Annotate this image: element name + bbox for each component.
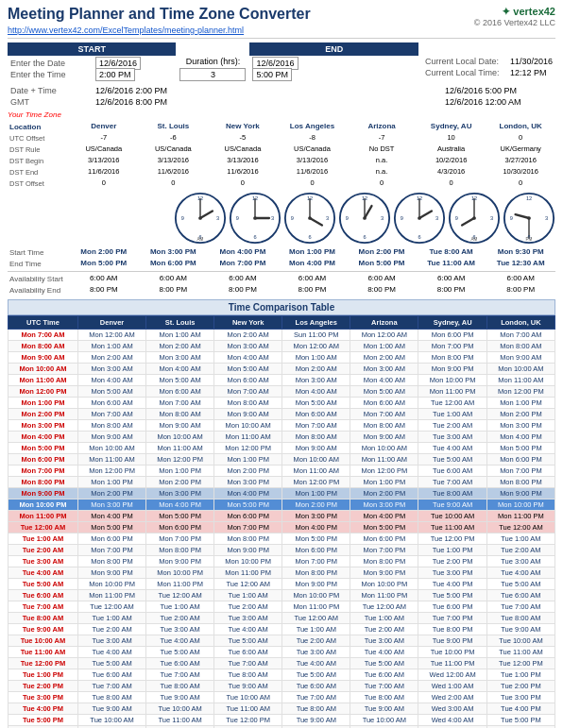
cell-value: Mon 12:00 PM — [78, 466, 146, 477]
cell-value: Mon 9:00 PM — [146, 556, 214, 567]
table-row: Tue 9:00 AMTue 2:00 AMTue 3:00 AMTue 4:0… — [9, 624, 555, 635]
th-stlouis: St. Louis — [146, 316, 214, 330]
table-row: Mon 8:00 AMMon 1:00 AMMon 2:00 AMMon 3:0… — [9, 341, 555, 352]
cell-value: Mon 6:00 PM — [350, 533, 418, 545]
cell-value: Tue 6:00 AM — [350, 669, 418, 681]
dstend-newyork: 11/6/2016 — [208, 167, 278, 178]
cell-value: Mon 4:00 PM — [350, 511, 418, 522]
cell-value: Mon 6:00 PM — [486, 454, 554, 466]
header: Meeting Planner and Time Zone Converter … — [8, 6, 555, 39]
duration-label: Duration (hrs): — [186, 57, 241, 66]
cell-value: Mon 12:00 PM — [214, 443, 282, 454]
cell-utc: Tue 1:00 AM — [9, 533, 78, 545]
et-arizona: Mon 5:00 PM — [347, 259, 417, 269]
cell-value: Tue 4:00 AM — [214, 624, 282, 635]
cell-value: Mon 8:00 AM — [350, 420, 418, 432]
dstoffset-sydney: 0 — [417, 178, 486, 189]
cell-value: Mon 2:00 PM — [486, 409, 554, 420]
cell-value: Tue 1:00 PM — [418, 545, 486, 556]
table-row: Mon 12:00 PMMon 5:00 AMMon 6:00 AMMon 7:… — [9, 386, 555, 398]
cell-value: Tue 9:00 AM — [214, 681, 282, 692]
ae-arizona: 8:00 PM — [347, 285, 417, 296]
cell-value: Mon 7:00 PM — [146, 533, 214, 545]
cell-value: Tue 11:00 PM — [418, 658, 486, 669]
dst-arizona: No DST — [347, 144, 417, 155]
dstend-sydney: 4/3/2016 — [417, 167, 486, 178]
cell-value: Tue 5:00 PM — [486, 715, 554, 726]
cell-value: Tue 1:00 PM — [486, 669, 554, 681]
comp-table-header: UTC Time Denver St. Louis New York Los A… — [9, 316, 555, 330]
duration-input[interactable]: 3 — [179, 68, 246, 81]
svg-point-44 — [472, 216, 476, 220]
header-link[interactable]: http://www.vertex42.com/ExcelTemplates/m… — [8, 25, 244, 35]
cell-value: Tue 7:00 AM — [146, 669, 214, 681]
cell-value: Mon 12:00 PM — [486, 386, 554, 398]
comparison-title: Time Comparison Table — [8, 299, 555, 315]
svg-text:3: 3 — [490, 215, 493, 221]
cell-value: Tue 3:00 AM — [282, 647, 350, 658]
cell-value: Mon 11:00 AM — [146, 443, 214, 454]
cell-value: Mon 3:00 PM — [350, 499, 418, 511]
cell-value: Mon 11:00 PM — [486, 511, 554, 522]
cell-value: Tue 8:00 AM — [350, 692, 418, 703]
location-header-row: Location Denver St. Louis New York Los A… — [8, 122, 555, 132]
cell-value: Mon 12:00 AM — [78, 330, 146, 341]
ae-stlouis: 8:00 PM — [139, 285, 209, 296]
cell-value: Mon 8:00 AM — [78, 420, 146, 432]
cell-value: Tue 2:00 AM — [486, 545, 554, 556]
utc-offset-row: UTC Offset -7 -6 -5 -8 -7 10 0 — [8, 133, 555, 144]
dstbegin-arizona: n.a. — [347, 156, 417, 166]
cell-value: Mon 5:00 PM — [214, 499, 282, 511]
cell-value: Tue 7:00 AM — [418, 477, 486, 488]
cell-value: Tue 11:00 AM — [486, 647, 554, 658]
cell-value: Mon 8:00 PM — [418, 352, 486, 364]
dst-sydney: Australia — [417, 144, 486, 155]
brand-copyright: © 2016 Vertex42 LLC — [474, 18, 555, 27]
comparison-table: UTC Time Denver St. Louis New York Los A… — [8, 315, 555, 728]
cell-value: Mon 12:00 AM — [282, 341, 350, 352]
dstend-arizona: n.a. — [347, 167, 417, 178]
utc-sydney: 10 — [417, 133, 486, 144]
table-row: Mon 9:00 PMMon 2:00 PMMon 3:00 PMMon 4:0… — [9, 488, 555, 499]
cell-value: Tue 2:00 AM — [282, 635, 350, 647]
as-london: 6:00 AM — [486, 274, 555, 284]
cell-value: Mon 1:00 PM — [486, 398, 554, 409]
cell-value: Wed 12:00 AM — [418, 669, 486, 681]
dst-newyork: US/Canada — [208, 144, 278, 155]
cell-value: Mon 5:00 AM — [146, 375, 214, 386]
cell-value: Mon 1:00 PM — [282, 488, 350, 499]
cell-utc: Mon 1:00 PM — [9, 398, 78, 409]
cell-value: Mon 9:00 AM — [214, 409, 282, 420]
svg-text:3: 3 — [545, 215, 548, 221]
svg-text:9: 9 — [510, 215, 513, 221]
cell-utc: Tue 10:00 AM — [9, 635, 78, 647]
cell-value: Mon 3:00 PM — [486, 420, 554, 432]
st-arizona: Mon 2:00 PM — [347, 247, 417, 258]
cell-value: Tue 12:00 AM — [146, 590, 214, 601]
cell-value: Tue 10:00 AM — [214, 692, 282, 703]
cell-value: Mon 7:00 PM — [486, 466, 554, 477]
svg-text:6: 6 — [418, 234, 420, 240]
th-london: London, UK — [486, 316, 554, 330]
cell-value: Mon 10:00 AM — [486, 364, 554, 375]
utc-losangeles: -8 — [278, 133, 348, 144]
end-time-input[interactable]: 5:00 PM — [252, 68, 292, 81]
cell-value: Tue 3:00 AM — [418, 432, 486, 443]
cell-utc: Tue 3:00 AM — [9, 556, 78, 567]
cell-value: Mon 11:00 PM — [282, 601, 350, 613]
cell-value: Mon 12:00 PM — [146, 454, 214, 466]
cell-value: Mon 1:00 PM — [214, 454, 282, 466]
cell-value: Tue 10:00 PM — [418, 647, 486, 658]
cell-value: Mon 4:00 AM — [282, 386, 350, 398]
dstbegin-losangeles: 3/13/2016 — [278, 156, 348, 166]
start-time-input[interactable]: 2:00 PM — [95, 68, 135, 81]
cell-value: Tue 2:00 AM — [214, 601, 282, 613]
svg-point-36 — [418, 216, 421, 220]
end-time-row: End Time Mon 5:00 PM Mon 6:00 PM Mon 7:0… — [8, 259, 555, 269]
cell-utc: Tue 9:00 AM — [9, 624, 78, 635]
cell-utc: Mon 3:00 PM — [9, 420, 78, 432]
st-sydney: Tue 8:00 AM — [417, 247, 486, 258]
cell-value: Mon 3:00 AM — [350, 364, 418, 375]
table-row: Tue 1:00 PMTue 6:00 AMTue 7:00 AMTue 8:0… — [9, 669, 555, 681]
as-arizona: 6:00 AM — [347, 274, 417, 284]
